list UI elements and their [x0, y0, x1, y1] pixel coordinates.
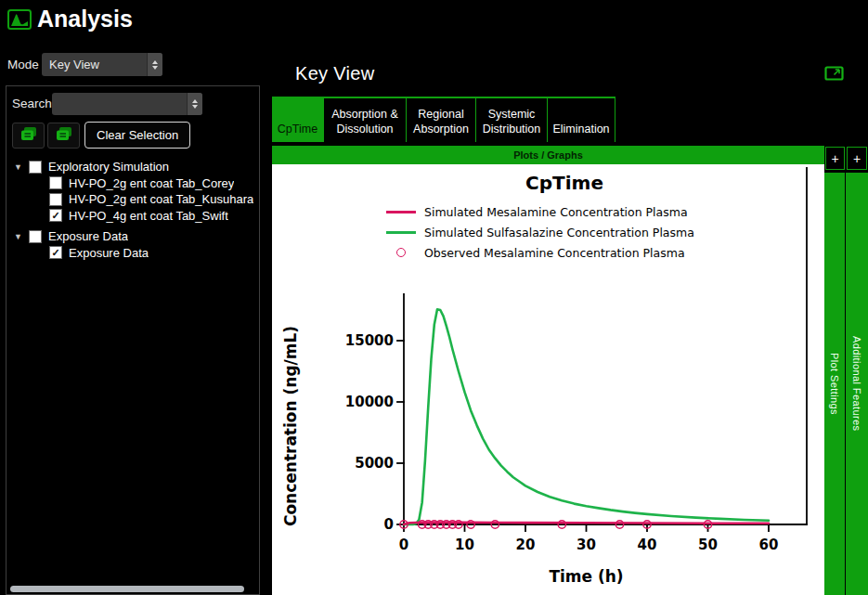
- clear-selection-button[interactable]: Clear Selection: [84, 122, 190, 149]
- tree-item-exposure-data[interactable]: ✓Exposure Data: [6, 245, 257, 262]
- simulation-sidebar: Search Clear Selection ▼Exploratory Simu…: [6, 85, 260, 595]
- tab-regional-absorption[interactable]: Regional Absorption: [407, 98, 476, 142]
- tree-item-exposure-data[interactable]: ▼Exposure Data: [6, 228, 257, 245]
- svg-text:5000: 5000: [355, 455, 394, 472]
- x-axis-label: Time (h): [549, 567, 623, 586]
- plot-settings-expand-button[interactable]: +: [825, 147, 845, 170]
- tree-item-label: Exposure Data: [48, 229, 128, 243]
- plot-settings-label: Plot Settings: [829, 353, 840, 415]
- additional-features-label: Additional Features: [851, 336, 862, 431]
- dropdown-stepper-icon[interactable]: [187, 93, 202, 115]
- svg-text:10: 10: [455, 537, 474, 553]
- checkbox[interactable]: [49, 193, 62, 206]
- horizontal-scrollbar-thumb[interactable]: [10, 586, 244, 592]
- plot-settings-panel-tab[interactable]: Plot Settings: [824, 173, 845, 595]
- popout-icon[interactable]: [824, 66, 844, 84]
- tree-item-hv-po-2g-ent-coat-tab-corey[interactable]: HV-PO_2g ent coat Tab_Corey: [6, 175, 257, 192]
- checkbox[interactable]: [49, 176, 62, 189]
- checkbox[interactable]: ✓: [49, 209, 62, 222]
- svg-text:15000: 15000: [345, 332, 394, 349]
- additional-features-panel-tab[interactable]: Additional Features: [846, 173, 868, 595]
- select-simulations-button[interactable]: [12, 123, 45, 149]
- tab-cptime[interactable]: CpTime: [272, 98, 324, 142]
- svg-text:20: 20: [516, 537, 536, 553]
- series-simulated-sulfasalazine-concentration-plasma: [404, 309, 769, 524]
- green-stack-icon: [55, 126, 73, 145]
- svg-text:60: 60: [759, 537, 779, 553]
- search-dropdown[interactable]: [52, 93, 202, 115]
- mode-label: Mode: [7, 58, 39, 71]
- tab-elimination[interactable]: Elimination: [548, 98, 615, 142]
- checkbox[interactable]: [29, 230, 42, 243]
- checkbox[interactable]: [29, 161, 42, 174]
- analysis-logo-icon: [7, 9, 32, 33]
- tree-item-label: HV-PO_4g ent coat Tab_Swift: [69, 209, 228, 223]
- tab-systemic-distribution[interactable]: Systemic Distribution: [476, 98, 548, 142]
- app-title: Analysis: [37, 6, 133, 32]
- checkbox[interactable]: ✓: [49, 246, 62, 259]
- green-stack-icon: [19, 126, 38, 145]
- tree-item-label: Exploratory Simulation: [48, 160, 169, 174]
- dropdown-stepper-icon[interactable]: [147, 53, 162, 76]
- select-exposure-button[interactable]: [47, 123, 80, 149]
- key-view-title: Key View: [295, 63, 374, 84]
- y-axis-label: Concentration (ng/mL): [281, 326, 300, 526]
- tree-item-label: Exposure Data: [69, 246, 149, 260]
- mode-dropdown-value: Key View: [42, 58, 147, 71]
- view-tabs: CpTimeAbsorption & DissolutionRegional A…: [272, 97, 615, 142]
- svg-text:0: 0: [399, 537, 408, 553]
- svg-text:50: 50: [698, 537, 718, 553]
- tab-absorption-dissolution[interactable]: Absorption & Dissolution: [324, 98, 407, 142]
- tree-item-hv-po-2g-ent-coat-tab-kusuhara[interactable]: HV-PO_2g ent coat Tab_Kusuhara: [6, 191, 257, 208]
- svg-text:10000: 10000: [345, 394, 394, 410]
- svg-text:0: 0: [384, 516, 394, 533]
- chart-area: CpTime Simulated Mesalamine Concentratio…: [272, 164, 824, 595]
- svg-text:30: 30: [577, 537, 596, 553]
- tree-item-label: HV-PO_2g ent coat Tab_Corey: [69, 176, 234, 190]
- svg-text:40: 40: [638, 537, 657, 553]
- expander-triangle-icon[interactable]: ▼: [14, 162, 29, 172]
- cp-time-plot: 0102030405060050001000015000Time (h)Conc…: [272, 164, 824, 595]
- tree-item-hv-po-4g-ent-coat-tab-swift[interactable]: ✓HV-PO_4g ent coat Tab_Swift: [6, 208, 257, 225]
- additional-features-expand-button[interactable]: +: [847, 147, 867, 170]
- expander-triangle-icon[interactable]: ▼: [14, 232, 29, 241]
- tree-item-exploratory-simulation[interactable]: ▼Exploratory Simulation: [6, 159, 257, 175]
- mode-dropdown[interactable]: Key View: [42, 53, 162, 76]
- simulation-tree: ▼Exploratory SimulationHV-PO_2g ent coat…: [6, 159, 257, 261]
- search-label: Search: [12, 97, 52, 110]
- plots-graphs-strip[interactable]: Plots / Graphs: [272, 146, 824, 164]
- tree-item-label: HV-PO_2g ent coat Tab_Kusuhara: [69, 192, 253, 206]
